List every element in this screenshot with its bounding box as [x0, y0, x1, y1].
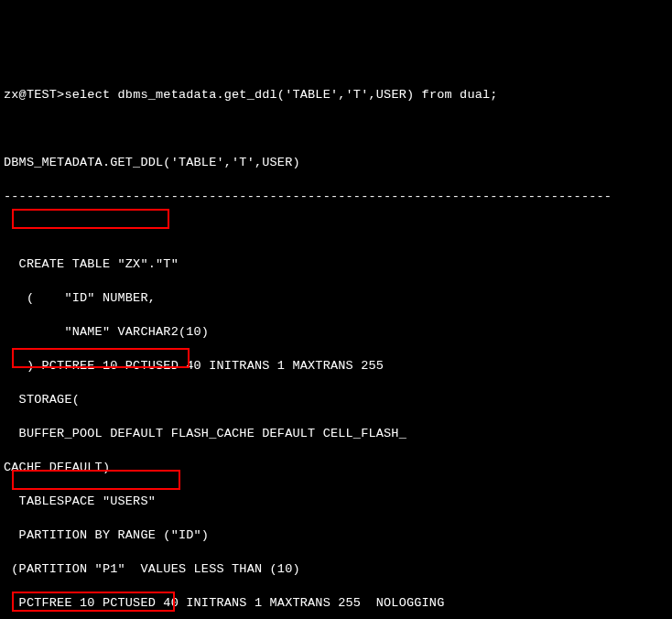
ddl-line: CACHE DEFAULT) [4, 460, 668, 477]
ddl-line: BUFFER_POOL DEFAULT FLASH_CACHE DEFAULT … [4, 426, 668, 443]
separator-line: ----------------------------------------… [4, 189, 668, 206]
ddl-line: (PARTITION "P1" VALUES LESS THAN (10) [4, 561, 668, 579]
terminal-output: zx@TEST>select dbms_metadata.get_ddl('TA… [0, 68, 672, 619]
ddl-line: CREATE TABLE "ZX"."T" [4, 256, 668, 274]
ddl-line: PARTITION BY RANGE ("ID") [4, 527, 668, 545]
ddl-line-tablespace-users: TABLESPACE "USERS" [4, 494, 668, 511]
sql-prompt-line: zx@TEST>select dbms_metadata.get_ddl('TA… [4, 87, 668, 104]
result-header: DBMS_METADATA.GET_DDL('TABLE','T',USER) [4, 155, 668, 172]
ddl-line: STORAGE( [4, 392, 668, 409]
ddl-line: "NAME" VARCHAR2(10) [4, 324, 668, 342]
blank-line [4, 223, 668, 240]
blank-line [4, 121, 668, 138]
sql-prompt: zx@TEST> [4, 88, 64, 102]
ddl-line: ) PCTFREE 10 PCTUSED 40 INITRANS 1 MAXTR… [4, 358, 668, 375]
sql-command: select dbms_metadata.get_ddl('TABLE','T'… [64, 88, 497, 102]
ddl-line: PCTFREE 10 PCTUSED 40 INITRANS 1 MAXTRAN… [4, 595, 668, 613]
ddl-line: ( "ID" NUMBER, [4, 290, 668, 308]
